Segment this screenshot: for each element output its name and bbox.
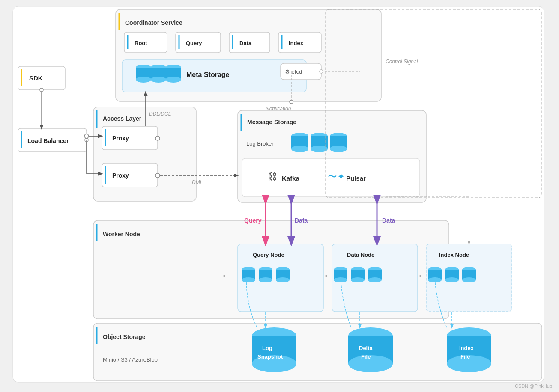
svg-text:Snapshot: Snapshot xyxy=(257,353,283,360)
svg-point-87 xyxy=(259,277,272,282)
svg-point-109 xyxy=(445,277,459,282)
sdk-label: SDK xyxy=(29,74,43,82)
watermark: CSDN @PinkHub xyxy=(515,383,552,389)
svg-point-58 xyxy=(291,146,308,152)
svg-point-74 xyxy=(290,100,293,104)
svg-text:DDL/DCL: DDL/DCL xyxy=(149,111,171,117)
coordinator-label: Coordinator Service xyxy=(125,19,182,26)
svg-point-6 xyxy=(40,88,43,92)
svg-text:Notification: Notification xyxy=(266,106,291,112)
svg-text:Proxy: Proxy xyxy=(112,135,129,142)
svg-text:⚙ etcd: ⚙ etcd xyxy=(285,68,302,75)
svg-text:Query Node: Query Node xyxy=(253,252,284,258)
svg-text:Access Layer: Access Layer xyxy=(103,115,142,122)
svg-text:Query: Query xyxy=(186,40,202,46)
svg-text:Object Storage: Object Storage xyxy=(103,333,146,340)
svg-point-90 xyxy=(276,277,290,282)
svg-text:Minio / S3 / AzureBlob: Minio / S3 / AzureBlob xyxy=(103,356,158,363)
svg-text:DML: DML xyxy=(192,179,203,185)
load-balancer-label: Load Balancer xyxy=(27,137,69,144)
svg-text:Log: Log xyxy=(262,345,272,351)
svg-text:File: File xyxy=(460,353,470,360)
svg-point-101 xyxy=(368,277,382,282)
svg-text:Meta Storage: Meta Storage xyxy=(186,71,230,78)
svg-text:Data: Data xyxy=(295,217,308,224)
svg-text:Proxy: Proxy xyxy=(112,172,129,179)
svg-point-112 xyxy=(462,277,476,282)
svg-text:Index: Index xyxy=(459,345,474,351)
svg-text:Worker Node: Worker Node xyxy=(103,231,140,238)
svg-text:Log Broker: Log Broker xyxy=(246,140,274,147)
svg-text:Pulsar: Pulsar xyxy=(346,175,366,182)
architecture-diagram: SDK Load Balancer Coordinator Service Ro… xyxy=(0,0,559,392)
svg-text:Index: Index xyxy=(289,40,304,46)
svg-point-61 xyxy=(311,146,328,152)
svg-point-148 xyxy=(84,134,89,138)
svg-text:Data: Data xyxy=(239,40,252,46)
svg-text:⛓: ⛓ xyxy=(268,171,277,182)
svg-text:Data: Data xyxy=(382,217,395,224)
svg-point-64 xyxy=(330,146,347,152)
svg-rect-37 xyxy=(102,126,158,150)
svg-text:Kafka: Kafka xyxy=(282,175,300,182)
svg-point-84 xyxy=(242,277,255,282)
svg-point-147 xyxy=(320,70,323,73)
svg-text:Control Signal: Control Signal xyxy=(386,59,418,65)
svg-rect-40 xyxy=(102,163,158,187)
svg-point-98 xyxy=(351,277,365,282)
svg-point-24 xyxy=(136,77,151,83)
svg-point-48 xyxy=(155,136,160,140)
svg-text:Delta: Delta xyxy=(359,345,373,351)
svg-point-30 xyxy=(166,77,181,83)
svg-point-49 xyxy=(155,173,160,178)
svg-text:〜✦: 〜✦ xyxy=(328,171,345,182)
svg-text:Query: Query xyxy=(244,217,262,224)
svg-text:Data Node: Data Node xyxy=(347,252,374,258)
svg-text:Message Storage: Message Storage xyxy=(247,119,296,125)
svg-text:Root: Root xyxy=(135,40,147,46)
svg-text:File: File xyxy=(361,353,371,360)
svg-text:Index Node: Index Node xyxy=(439,252,469,258)
svg-point-27 xyxy=(151,77,166,83)
